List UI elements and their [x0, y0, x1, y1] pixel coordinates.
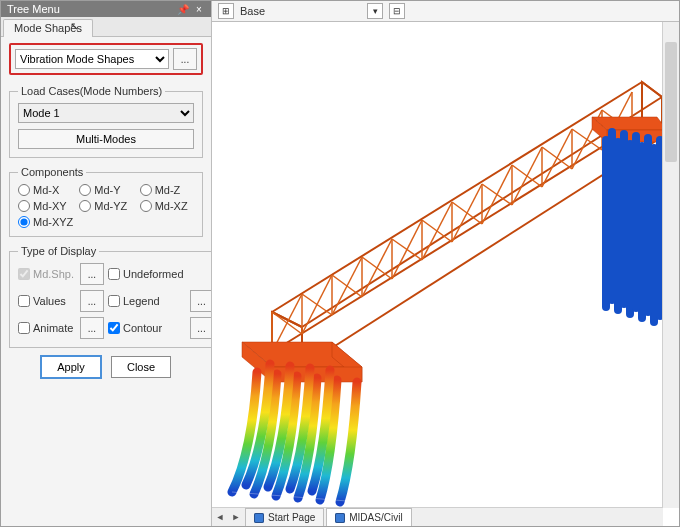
components-legend: Components: [18, 166, 86, 178]
pin-icon[interactable]: 📌: [177, 3, 189, 15]
animate-more-button[interactable]: ...: [80, 317, 104, 339]
toolbar-icon-3[interactable]: ⊟: [389, 3, 405, 19]
svg-line-7: [642, 82, 662, 97]
display-legend: Type of Display: [18, 245, 99, 257]
svg-line-36: [482, 165, 512, 224]
radio-mdxy[interactable]: Md-XY: [18, 200, 73, 212]
tab-start-page[interactable]: Start Page: [245, 508, 324, 527]
svg-line-2: [272, 122, 642, 352]
main-dropdown-highlight: Vibration Mode Shapes ...: [9, 43, 203, 75]
check-animate[interactable]: Animate: [18, 322, 74, 334]
svg-line-6: [272, 312, 302, 327]
mode-select[interactable]: Mode 1: [18, 103, 194, 123]
apply-button[interactable]: Apply: [41, 356, 101, 378]
radio-mdxyz[interactable]: Md-XYZ: [18, 216, 73, 228]
close-icon[interactable]: ×: [193, 3, 205, 15]
svg-line-32: [422, 202, 452, 260]
tab-scroll-left-icon[interactable]: ◄: [212, 509, 228, 525]
panel-tabs: Mode Shapes ↖: [1, 17, 211, 37]
main-select-more-button[interactable]: ...: [173, 48, 197, 70]
radio-mdy[interactable]: Md-Y: [79, 184, 133, 196]
base-label: Base: [240, 5, 265, 17]
svg-line-0: [272, 82, 642, 312]
tree-title: Tree Menu: [7, 3, 60, 15]
toolbar-icon-2[interactable]: ▾: [367, 3, 383, 19]
tab-scroll-right-icon[interactable]: ►: [228, 509, 244, 525]
multi-modes-button[interactable]: Multi-Modes: [18, 129, 194, 149]
radio-mdz[interactable]: Md-Z: [140, 184, 194, 196]
loadcases-group: Load Cases(Mode Numbers) Mode 1 Multi-Mo…: [9, 85, 203, 158]
check-contour[interactable]: Contour: [108, 322, 184, 334]
radio-mdxz[interactable]: Md-XZ: [140, 200, 194, 212]
tree-panel: Tree Menu 📌 × Mode Shapes ↖ Vibration Mo…: [1, 1, 212, 526]
check-legend[interactable]: Legend: [108, 295, 184, 307]
midas-icon: [335, 513, 345, 523]
check-undeformed[interactable]: Undeformed: [108, 268, 184, 280]
check-mdshp: Md.Shp.: [18, 268, 74, 280]
cursor-icon: ↖: [70, 20, 79, 33]
scrollbar-vertical[interactable]: [662, 22, 679, 508]
svg-line-34: [452, 184, 482, 242]
tab-midas-civil[interactable]: MIDAS/Civil: [326, 508, 411, 527]
display-group: Type of Display Md.Shp. ... Undeformed V…: [9, 245, 211, 348]
scrollbar-horizontal[interactable]: ◄ ► Start Page MIDAS/Civil: [212, 507, 663, 526]
viewport: ⊞ Base ▾ ⊟: [212, 1, 679, 526]
check-values[interactable]: Values: [18, 295, 74, 307]
values-more-button[interactable]: ...: [80, 290, 104, 312]
contour-more-button[interactable]: ...: [190, 317, 211, 339]
main-select[interactable]: Vibration Mode Shapes: [15, 49, 169, 69]
close-button[interactable]: Close: [111, 356, 171, 378]
components-group: Components Md-X Md-Y Md-Z Md-XY Md-YZ Md…: [9, 166, 203, 237]
tab-mode-shapes[interactable]: Mode Shapes ↖: [3, 19, 93, 37]
toolbar-icon-1[interactable]: ⊞: [218, 3, 234, 19]
radio-mdyz[interactable]: Md-YZ: [79, 200, 133, 212]
model-canvas[interactable]: ◄ ► Start Page MIDAS/Civil: [212, 22, 679, 526]
legend-more-button[interactable]: ...: [190, 290, 211, 312]
bridge-svg: [212, 22, 667, 512]
viewport-toolbar: ⊞ Base ▾ ⊟: [212, 1, 679, 22]
tree-header: Tree Menu 📌 ×: [1, 1, 211, 17]
radio-mdx[interactable]: Md-X: [18, 184, 73, 196]
start-icon: [254, 513, 264, 523]
loadcases-legend: Load Cases(Mode Numbers): [18, 85, 165, 97]
mdshp-more-button[interactable]: ...: [80, 263, 104, 285]
